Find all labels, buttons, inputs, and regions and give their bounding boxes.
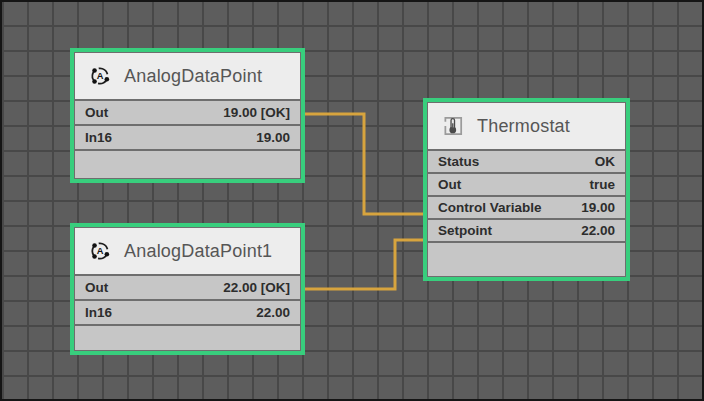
- port-value: 22.00: [256, 305, 290, 320]
- node-analogdatapoint1[interactable]: A AnalogDataPoint1 Out 22.00 [OK] In16 2…: [70, 223, 305, 355]
- analog-point-icon: A: [88, 239, 112, 263]
- port-label: Out: [85, 105, 108, 120]
- port-row-out[interactable]: Out true: [428, 174, 625, 195]
- node-footer: [75, 151, 300, 178]
- port-row-out[interactable]: Out 22.00 [OK]: [75, 276, 300, 299]
- node-analogdatapoint-header[interactable]: A AnalogDataPoint: [75, 53, 300, 99]
- node-analogdatapoint[interactable]: A AnalogDataPoint Out 19.00 [OK] In16 19…: [70, 48, 305, 183]
- node-footer: [428, 243, 625, 276]
- port-value: true: [589, 177, 615, 192]
- node-analogdatapoint1-header[interactable]: A AnalogDataPoint1: [75, 228, 300, 274]
- thermostat-icon: [441, 114, 465, 138]
- port-row-status[interactable]: Status OK: [428, 151, 625, 172]
- port-label: Status: [438, 154, 479, 169]
- port-label: Out: [438, 177, 461, 192]
- analog-point-icon: A: [88, 64, 112, 88]
- svg-text:A: A: [97, 71, 104, 81]
- port-value: 19.00 [OK]: [223, 105, 290, 120]
- port-label: Setpoint: [438, 223, 492, 238]
- port-value: OK: [595, 154, 615, 169]
- port-row-control-variable[interactable]: Control Variable 19.00: [428, 197, 625, 218]
- port-label: In16: [85, 130, 112, 145]
- port-row-setpoint[interactable]: Setpoint 22.00: [428, 220, 625, 241]
- port-row-in16[interactable]: In16 19.00: [75, 126, 300, 149]
- port-row-in16[interactable]: In16 22.00: [75, 301, 300, 324]
- svg-text:A: A: [97, 246, 104, 256]
- node-title: Thermostat: [477, 116, 570, 137]
- port-value: 19.00: [581, 200, 615, 215]
- wiresheet-canvas[interactable]: A AnalogDataPoint Out 19.00 [OK] In16 19…: [0, 0, 704, 401]
- node-title: AnalogDataPoint: [124, 66, 262, 87]
- wire-analogdatapoint1-out-to-setpoint[interactable]: [305, 240, 425, 289]
- node-footer: [75, 326, 300, 350]
- port-value: 19.00: [256, 130, 290, 145]
- node-thermostat[interactable]: Thermostat Status OK Out true Control Va…: [423, 98, 630, 281]
- port-label: Control Variable: [438, 200, 542, 215]
- port-label: In16: [85, 305, 112, 320]
- port-value: 22.00 [OK]: [223, 280, 290, 295]
- wire-analogdatapoint-out-to-control-variable[interactable]: [305, 114, 425, 214]
- node-title: AnalogDataPoint1: [124, 241, 272, 262]
- port-label: Out: [85, 280, 108, 295]
- port-row-out[interactable]: Out 19.00 [OK]: [75, 101, 300, 124]
- port-value: 22.00: [581, 223, 615, 238]
- node-thermostat-header[interactable]: Thermostat: [428, 103, 625, 149]
